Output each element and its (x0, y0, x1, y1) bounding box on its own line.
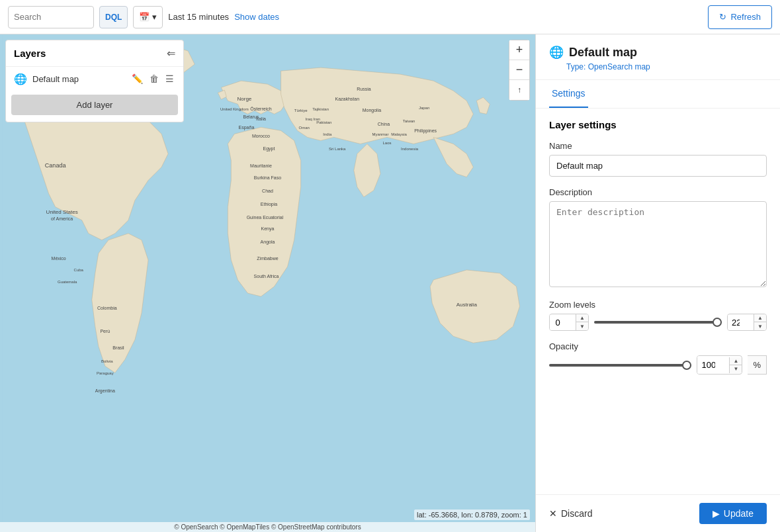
svg-text:Taiwan: Taiwan (403, 119, 415, 123)
add-layer-button[interactable]: Add layer (11, 95, 178, 115)
opacity-input-wrapper: ▲ ▼ (697, 355, 742, 375)
discard-x-icon: ✕ (549, 508, 557, 519)
layers-header: Layers ⇐ (6, 40, 183, 67)
svg-text:Guinea Ecuatorial: Guinea Ecuatorial (247, 215, 284, 220)
svg-text:Angola: Angola (261, 240, 275, 245)
svg-text:Russia: Russia (357, 87, 371, 91)
svg-text:Chad: Chad (262, 189, 273, 193)
zoom-max-wrapper: ▲ ▼ (727, 314, 767, 331)
zoom-range-slider[interactable] (594, 321, 722, 324)
layer-delete-button[interactable]: 🗑 (148, 72, 160, 85)
reset-north-button[interactable]: ↑ (509, 80, 529, 100)
layer-edit-button[interactable]: ✏️ (130, 72, 144, 85)
tab-settings[interactable]: Settings (549, 80, 588, 108)
zoom-min-up[interactable]: ▲ (576, 314, 588, 322)
discard-label: Discard (561, 508, 592, 519)
tabs-row: Settings (536, 80, 780, 109)
svg-text:Zimbabwe: Zimbabwe (257, 256, 278, 261)
svg-text:Egypt: Egypt (263, 146, 275, 152)
svg-text:Philippines: Philippines (414, 128, 437, 134)
layer-item: 🌐 Default map ✏️ 🗑 ☰ (6, 67, 183, 91)
opacity-down[interactable]: ▼ (730, 365, 742, 373)
layer-globe-icon: 🌐 (14, 73, 27, 85)
layers-collapse-button[interactable]: ⇐ (167, 47, 175, 60)
zoom-levels-row: ▲ ▼ ▲ ▼ (549, 314, 767, 331)
layer-menu-button[interactable]: ☰ (164, 72, 175, 85)
main-area: Layers ⇐ 🌐 Default map ✏️ 🗑 ☰ Add layer (0, 34, 780, 532)
svg-text:Canada: Canada (45, 162, 67, 169)
panel-subtitle: Type: OpenSearch map (549, 62, 767, 71)
update-button[interactable]: ▶ Update (699, 503, 767, 524)
layer-name: Default map (32, 74, 125, 84)
zoom-max-down[interactable]: ▼ (754, 322, 766, 330)
zoom-min-down[interactable]: ▼ (576, 322, 588, 330)
opacity-input[interactable] (697, 356, 729, 374)
update-label: Update (724, 508, 754, 519)
time-range-button[interactable]: 📅 ▾ (133, 6, 163, 28)
description-textarea[interactable] (549, 201, 767, 287)
panel-globe-icon: 🌐 (549, 45, 564, 60)
opacity-form-group: Opacity ▲ ▼ % (549, 341, 767, 375)
right-panel-footer: ✕ Discard ▶ Update (536, 494, 780, 532)
map-section: Layers ⇐ 🌐 Default map ✏️ 🗑 ☰ Add layer (0, 34, 535, 532)
zoom-max-up[interactable]: ▲ (754, 314, 766, 322)
svg-text:Argentina: Argentina (95, 388, 115, 394)
svg-text:Brasil: Brasil (112, 345, 124, 350)
svg-text:Australia: Australia (456, 302, 478, 308)
layers-title: Layers (14, 48, 46, 59)
map-attribution: © OpenSearch © OpenMapTiles © OpenStreet… (0, 522, 535, 532)
svg-text:Guatemala: Guatemala (58, 280, 77, 284)
zoom-max-arrows: ▲ ▼ (754, 314, 766, 330)
chevron-down-icon: ▾ (152, 12, 157, 22)
svg-text:Norge: Norge (237, 96, 251, 102)
svg-text:Ethiopia: Ethiopia (261, 202, 277, 207)
svg-text:Bolivia: Bolivia (101, 359, 113, 363)
svg-text:España: España (239, 125, 255, 130)
description-label: Description (549, 187, 767, 197)
map-controls: + − ↑ (509, 40, 530, 101)
update-play-icon: ▶ (713, 508, 720, 519)
search-input[interactable] (14, 12, 88, 22)
zoom-out-button[interactable]: − (509, 60, 529, 80)
refresh-icon: ↻ (719, 12, 726, 22)
svg-text:Kazakhstan: Kazakhstan (335, 97, 360, 101)
svg-text:Malaysia: Malaysia (391, 132, 407, 136)
svg-text:Indonesia: Indonesia (401, 147, 419, 151)
svg-text:Österreich: Österreich (250, 107, 271, 111)
svg-text:United Kingdom: United Kingdom (220, 107, 249, 111)
svg-text:Kenya: Kenya (261, 226, 275, 232)
opacity-label: Opacity (549, 341, 767, 351)
discard-button[interactable]: ✕ Discard (549, 508, 592, 519)
svg-text:Japan: Japan (419, 106, 429, 110)
subtitle-type: OpenSearch map (588, 62, 650, 71)
layer-actions: ✏️ 🗑 ☰ (130, 72, 175, 85)
zoom-in-button[interactable]: + (509, 40, 529, 60)
name-form-group: Name (549, 141, 767, 177)
svg-text:India: India (323, 132, 332, 136)
svg-text:United States: United States (46, 209, 78, 215)
svg-text:Burkina Faso: Burkina Faso (254, 175, 281, 180)
header: DQL 📅 ▾ Last 15 minutes Show dates ↻ Ref… (0, 0, 780, 34)
opacity-up[interactable]: ▲ (730, 357, 742, 365)
dql-button[interactable]: DQL (99, 6, 128, 28)
refresh-button[interactable]: ↻ Refresh (708, 5, 772, 29)
zoom-form-group: Zoom levels ▲ ▼ ▲ ▼ (549, 300, 767, 331)
show-dates-button[interactable]: Show dates (234, 12, 279, 22)
svg-text:Sri Lanka: Sri Lanka (329, 147, 346, 151)
opacity-range-slider[interactable] (549, 364, 691, 367)
name-label: Name (549, 141, 767, 151)
svg-text:México: México (52, 256, 66, 261)
svg-text:Italia: Italia (256, 116, 266, 121)
zoom-label: Zoom levels (549, 300, 767, 310)
svg-text:Laos: Laos (382, 141, 391, 145)
zoom-max-input[interactable] (728, 315, 754, 330)
search-box[interactable] (8, 6, 94, 28)
description-form-group: Description (549, 187, 767, 289)
name-input[interactable] (549, 155, 767, 177)
panel-title-row: 🌐 Default map (549, 45, 767, 60)
svg-text:of America: of America (51, 216, 73, 221)
svg-text:Oman: Oman (298, 126, 309, 130)
svg-text:Cuba: Cuba (74, 268, 84, 272)
zoom-min-input[interactable] (550, 315, 576, 330)
calendar-icon: 📅 (139, 12, 150, 22)
